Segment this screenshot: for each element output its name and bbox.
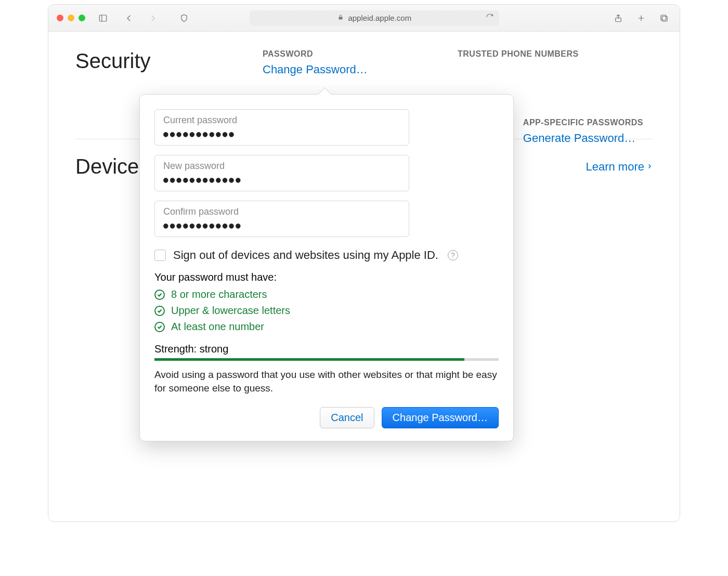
section-title-security: Security (75, 49, 263, 76)
password-advice: Avoid using a password that you use with… (154, 368, 499, 395)
change-password-button[interactable]: Change Password… (382, 407, 499, 428)
sign-out-row: Sign out of devices and websites using m… (154, 248, 499, 262)
forward-icon[interactable] (146, 11, 160, 25)
svg-rect-0 (99, 15, 107, 21)
button-row: Cancel Change Password… (154, 407, 499, 428)
current-password-field[interactable]: Current password ●●●●●●●●●●● (154, 109, 409, 146)
share-icon[interactable] (611, 11, 626, 25)
requirement-item: At least one number (154, 321, 499, 333)
privacy-shield-icon[interactable] (177, 11, 191, 25)
strength-label: Strength: strong (154, 343, 499, 355)
close-window-button[interactable] (57, 15, 63, 21)
confirm-password-field[interactable]: Confirm password ●●●●●●●●●●●● (154, 201, 409, 237)
cancel-button[interactable]: Cancel (320, 407, 374, 428)
check-icon (154, 322, 165, 332)
window-controls (57, 15, 85, 21)
confirm-password-value: ●●●●●●●●●●●● (163, 220, 400, 230)
reload-icon[interactable] (486, 13, 494, 23)
tabs-overview-icon[interactable] (657, 11, 671, 25)
help-icon[interactable]: ? (448, 250, 458, 260)
requirement-text: At least one number (171, 321, 264, 333)
password-heading: PASSWORD (263, 49, 458, 59)
app-specific-column: APP-SPECIFIC PASSWORDS Generate Password… (523, 118, 643, 145)
requirements-heading: Your password must have: (154, 271, 499, 283)
current-password-label: Current password (163, 115, 400, 126)
confirm-password-label: Confirm password (163, 206, 400, 217)
back-icon[interactable] (122, 11, 136, 25)
chevron-right-icon (646, 160, 653, 174)
toolbar-left (96, 11, 191, 25)
zoom-window-button[interactable] (79, 15, 85, 21)
toolbar-right (611, 11, 671, 25)
app-specific-heading: APP-SPECIFIC PASSWORDS (523, 118, 643, 127)
new-password-field[interactable]: New password ●●●●●●●●●●●● (154, 155, 409, 191)
requirement-text: Upper & lowercase letters (171, 305, 290, 317)
sidebar-icon[interactable] (96, 11, 110, 25)
url-text: appleid.apple.com (348, 14, 411, 22)
requirement-item: 8 or more characters (154, 289, 499, 300)
new-password-value: ●●●●●●●●●●●● (163, 175, 400, 185)
browser-toolbar: appleid.apple.com (48, 5, 680, 32)
requirements-list: 8 or more characters Upper & lowercase l… (154, 289, 499, 333)
requirement-item: Upper & lowercase letters (154, 305, 499, 317)
strength-fill (154, 358, 464, 361)
current-password-value: ●●●●●●●●●●● (163, 129, 400, 139)
lock-icon (337, 14, 344, 22)
new-password-label: New password (163, 161, 400, 172)
new-tab-icon[interactable] (634, 11, 648, 25)
requirement-text: 8 or more characters (171, 289, 267, 300)
trusted-numbers-heading: TRUSTED PHONE NUMBERS (458, 49, 653, 59)
check-icon (154, 290, 165, 300)
sign-out-label: Sign out of devices and websites using m… (173, 248, 438, 262)
safari-window: appleid.apple.com Security PASSWORD Chan… (48, 4, 680, 522)
trusted-column: TRUSTED PHONE NUMBERS (458, 49, 653, 76)
svg-rect-6 (662, 16, 667, 21)
strength-meter (154, 358, 499, 361)
address-bar[interactable]: appleid.apple.com (250, 10, 499, 26)
svg-rect-7 (661, 15, 666, 20)
check-icon (154, 306, 165, 316)
generate-password-link[interactable]: Generate Password… (523, 132, 643, 145)
learn-more-link[interactable]: Learn more (586, 160, 653, 174)
learn-more-label: Learn more (586, 160, 644, 174)
password-column: PASSWORD Change Password… (263, 49, 458, 76)
svg-rect-2 (339, 17, 343, 20)
change-password-link[interactable]: Change Password… (263, 63, 458, 76)
minimize-window-button[interactable] (68, 15, 74, 21)
sign-out-checkbox[interactable] (154, 250, 166, 261)
change-password-popover: Current password ●●●●●●●●●●● New passwor… (139, 94, 514, 441)
